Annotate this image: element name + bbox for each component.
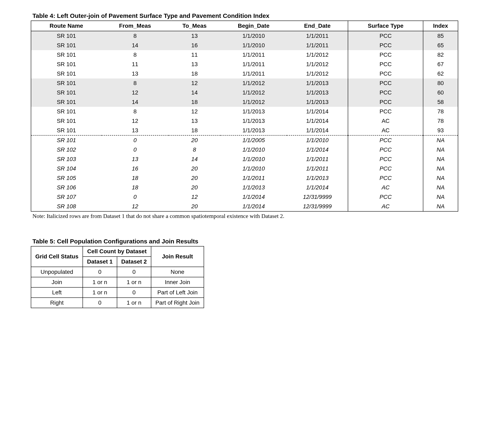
cell-surface: PCC <box>348 164 423 173</box>
cell-from: 14 <box>102 97 169 107</box>
cell-index: 60 <box>423 88 458 97</box>
cell-index: NA <box>423 173 458 183</box>
th-from: From_Meas <box>102 21 169 31</box>
cell-end: 1/1/2013 <box>287 173 348 183</box>
cell-route: SR 101 <box>31 126 102 135</box>
cell-from: 11 <box>102 59 169 69</box>
cell-surface: PCC <box>348 97 423 107</box>
table-row: Left1 or n0Part of Left Join <box>31 287 204 298</box>
table4-section: Table 4: Left Outer-join of Pavement Sur… <box>31 12 458 219</box>
cell-end: 1/1/2014 <box>287 107 348 116</box>
th-route: Route Name <box>31 21 102 31</box>
table-row: SR 1070121/1/201412/31/9999PCCNA <box>31 192 458 202</box>
cell-d2: 0 <box>117 267 151 277</box>
cell-status: Left <box>31 287 83 298</box>
cell-route: SR 101 <box>31 107 102 116</box>
cell-begin: 1/1/2013 <box>220 126 287 135</box>
cell-status: Join <box>31 277 83 287</box>
cell-end: 1/1/2013 <box>287 97 348 107</box>
cell-index: NA <box>423 135 458 145</box>
cell-begin: 1/1/2014 <box>220 202 287 211</box>
th-d2: Dataset 2 <box>117 257 151 267</box>
cell-d1: 0 <box>83 298 117 308</box>
cell-route: SR 101 <box>31 78 102 88</box>
cell-end: 1/1/2012 <box>287 69 348 78</box>
cell-from: 14 <box>102 41 169 50</box>
cell-begin: 1/1/2012 <box>220 97 287 107</box>
cell-begin: 1/1/2011 <box>220 69 287 78</box>
cell-to: 20 <box>169 183 220 192</box>
cell-route: SR 101 <box>31 116 102 126</box>
cell-end: 1/1/2011 <box>287 154 348 164</box>
table-row: Unpopulated00None <box>31 267 204 277</box>
cell-to: 16 <box>169 41 220 50</box>
cell-route: SR 106 <box>31 183 102 192</box>
table4-header-row: Route Name From_Meas To_Meas Begin_Date … <box>31 21 458 31</box>
cell-begin: 1/1/2013 <box>220 116 287 126</box>
table-row: SR 10112141/1/20121/1/2013PCC60 <box>31 88 458 97</box>
cell-end: 1/1/2014 <box>287 126 348 135</box>
cell-end: 1/1/2014 <box>287 145 348 154</box>
cell-surface: PCC <box>348 88 423 97</box>
cell-surface: PCC <box>348 41 423 50</box>
cell-d2: 1 or n <box>117 298 151 308</box>
cell-begin: 1/1/2010 <box>220 154 287 164</box>
cell-to: 20 <box>169 164 220 173</box>
cell-end: 1/1/2012 <box>287 50 348 59</box>
cell-to: 18 <box>169 69 220 78</box>
cell-route: SR 101 <box>31 59 102 69</box>
table-row: SR 10114161/1/20101/1/2011PCC65 <box>31 41 458 50</box>
cell-from: 0 <box>102 135 169 145</box>
table-row: SR 10518201/1/20111/1/2013PCCNA <box>31 173 458 183</box>
cell-route: SR 101 <box>31 50 102 59</box>
cell-from: 18 <box>102 183 169 192</box>
cell-from: 12 <box>102 116 169 126</box>
cell-index: 65 <box>423 41 458 50</box>
cell-index: NA <box>423 192 458 202</box>
table-row: Right01 or nPart of Right Join <box>31 298 204 308</box>
cell-end: 1/1/2014 <box>287 183 348 192</box>
cell-begin: 1/1/2012 <box>220 88 287 97</box>
cell-to: 20 <box>169 202 220 211</box>
table5-title: Table 5: Cell Population Configurations … <box>31 238 458 245</box>
cell-status: Right <box>31 298 83 308</box>
cell-route: SR 104 <box>31 164 102 173</box>
cell-begin: 1/1/2013 <box>220 183 287 192</box>
cell-index: 62 <box>423 69 458 78</box>
cell-route: SR 101 <box>31 97 102 107</box>
cell-surface: AC <box>348 202 423 211</box>
cell-surface: PCC <box>348 107 423 116</box>
cell-from: 0 <box>102 145 169 154</box>
table5-section: Table 5: Cell Population Configurations … <box>31 238 458 308</box>
table4-title: Table 4: Left Outer-join of Pavement Sur… <box>31 12 458 19</box>
cell-end: 1/1/2011 <box>287 164 348 173</box>
th-end: End_Date <box>287 21 348 31</box>
cell-result: Inner Join <box>151 277 204 287</box>
cell-begin: 1/1/2010 <box>220 41 287 50</box>
cell-end: 1/1/2010 <box>287 135 348 145</box>
th-d1: Dataset 1 <box>83 257 117 267</box>
table5-header-row1: Grid Cell Status Cell Count by Dataset J… <box>31 246 204 257</box>
cell-to: 12 <box>169 78 220 88</box>
cell-from: 18 <box>102 173 169 183</box>
cell-index: 67 <box>423 59 458 69</box>
cell-surface: PCC <box>348 50 423 59</box>
cell-surface: PCC <box>348 192 423 202</box>
cell-route: SR 101 <box>31 31 102 41</box>
table-row: SR 10113181/1/20131/1/2014AC93 <box>31 126 458 135</box>
cell-index: 80 <box>423 78 458 88</box>
cell-to: 14 <box>169 88 220 97</box>
cell-begin: 1/1/2010 <box>220 145 287 154</box>
cell-surface: PCC <box>348 31 423 41</box>
cell-begin: 1/1/2013 <box>220 107 287 116</box>
cell-begin: 1/1/2011 <box>220 173 287 183</box>
table-row: Join1 or n1 or nInner Join <box>31 277 204 287</box>
cell-index: NA <box>423 164 458 173</box>
cell-route: SR 101 <box>31 41 102 50</box>
cell-from: 8 <box>102 78 169 88</box>
cell-to: 18 <box>169 97 220 107</box>
cell-end: 12/31/9999 <box>287 192 348 202</box>
cell-to: 20 <box>169 135 220 145</box>
cell-route: SR 101 <box>31 135 102 145</box>
cell-end: 1/1/2013 <box>287 88 348 97</box>
